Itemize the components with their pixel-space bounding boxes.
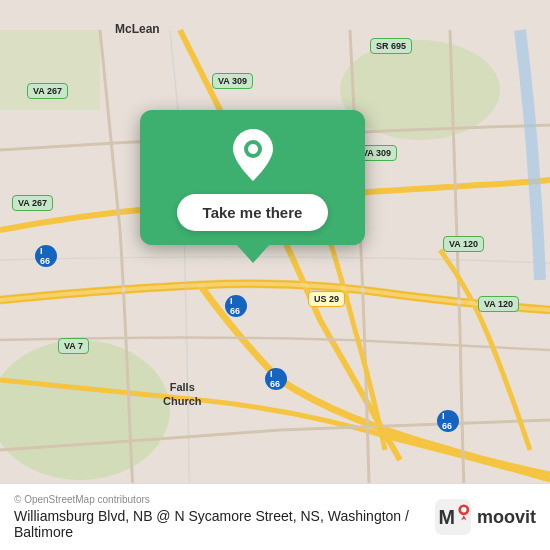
svg-point-5: [248, 144, 258, 154]
bottom-left: © OpenStreetMap contributors Williamsbur…: [14, 494, 435, 540]
badge-i66a: I 66: [35, 245, 57, 267]
badge-va267a: VA 267: [27, 83, 68, 99]
place-label-falls-church: FallsChurch: [163, 380, 202, 408]
badge-us29: US 29: [308, 291, 345, 307]
bottom-bar: © OpenStreetMap contributors Williamsbur…: [0, 483, 550, 550]
badge-va309a: VA 309: [212, 73, 253, 89]
badge-va120b: VA 120: [478, 296, 519, 312]
badge-i66b: I 66: [225, 295, 247, 317]
moovit-icon: M: [435, 499, 471, 535]
location-pin-icon: [226, 128, 280, 182]
badge-va7: VA 7: [58, 338, 89, 354]
badge-va120a: VA 120: [443, 236, 484, 252]
badge-sr695: SR 695: [370, 38, 412, 54]
popup-card: Take me there: [140, 110, 365, 245]
badge-va267b: VA 267: [12, 195, 53, 211]
moovit-logo: M moovit: [435, 499, 536, 535]
badge-i66c: I 66: [265, 368, 287, 390]
location-text: Williamsburg Blvd, NB @ N Sycamore Stree…: [14, 508, 435, 540]
map-container: McLean FallsChurch VA 267 VA 267 VA 309 …: [0, 0, 550, 550]
svg-text:M: M: [439, 506, 455, 528]
svg-point-9: [461, 507, 466, 512]
place-label-mclean: McLean: [115, 22, 160, 36]
badge-i66d: I 66: [437, 410, 459, 432]
take-me-there-button[interactable]: Take me there: [177, 194, 329, 231]
attribution: © OpenStreetMap contributors: [14, 494, 435, 505]
map-roads: [0, 0, 550, 550]
moovit-text: moovit: [477, 507, 536, 528]
